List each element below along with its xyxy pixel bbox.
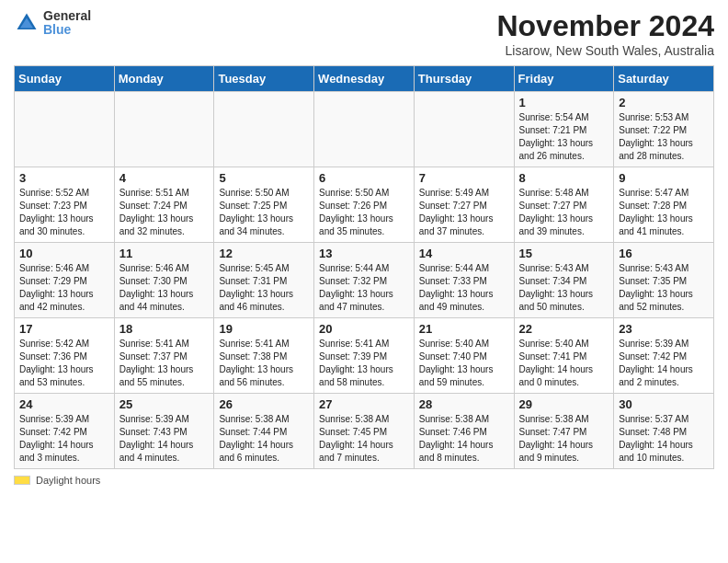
day-info: Sunrise: 5:53 AM Sunset: 7:22 PM Dayligh… <box>619 111 709 163</box>
day-info: Sunrise: 5:49 AM Sunset: 7:27 PM Dayligh… <box>419 187 509 238</box>
day-number: 4 <box>119 171 210 185</box>
month-title: November 2024 <box>496 9 714 43</box>
header-row: SundayMondayTuesdayWednesdayThursdayFrid… <box>15 66 714 92</box>
day-cell: 28Sunrise: 5:38 AM Sunset: 7:46 PM Dayli… <box>414 394 514 469</box>
day-info: Sunrise: 5:48 AM Sunset: 7:27 PM Dayligh… <box>519 187 609 238</box>
day-number: 10 <box>19 247 109 260</box>
day-cell <box>114 92 214 167</box>
week-row-2: 10Sunrise: 5:46 AM Sunset: 7:29 PM Dayli… <box>15 243 714 318</box>
day-number: 23 <box>619 322 709 336</box>
footer: Daylight hours <box>14 475 714 486</box>
day-info: Sunrise: 5:54 AM Sunset: 7:21 PM Dayligh… <box>519 111 609 163</box>
day-number: 20 <box>319 322 409 336</box>
day-cell: 26Sunrise: 5:38 AM Sunset: 7:44 PM Dayli… <box>214 394 314 469</box>
calendar-table: SundayMondayTuesdayWednesdayThursdayFrid… <box>14 65 714 469</box>
day-info: Sunrise: 5:39 AM Sunset: 7:42 PM Dayligh… <box>19 413 109 465</box>
page-header: General Blue November 2024 Lisarow, New … <box>14 9 714 58</box>
day-number: 18 <box>119 322 210 336</box>
day-number: 25 <box>119 397 210 411</box>
day-cell: 14Sunrise: 5:44 AM Sunset: 7:33 PM Dayli… <box>414 243 514 318</box>
week-row-4: 24Sunrise: 5:39 AM Sunset: 7:42 PM Dayli… <box>15 394 714 469</box>
day-cell: 23Sunrise: 5:39 AM Sunset: 7:42 PM Dayli… <box>614 318 714 394</box>
header-cell-saturday: Saturday <box>614 66 714 92</box>
week-row-0: 1Sunrise: 5:54 AM Sunset: 7:21 PM Daylig… <box>15 92 714 167</box>
day-number: 30 <box>619 397 709 411</box>
week-row-1: 3Sunrise: 5:52 AM Sunset: 7:23 PM Daylig… <box>15 167 714 243</box>
day-cell: 12Sunrise: 5:45 AM Sunset: 7:31 PM Dayli… <box>214 243 314 318</box>
day-info: Sunrise: 5:50 AM Sunset: 7:25 PM Dayligh… <box>219 187 309 238</box>
day-cell: 8Sunrise: 5:48 AM Sunset: 7:27 PM Daylig… <box>514 167 614 243</box>
day-info: Sunrise: 5:51 AM Sunset: 7:24 PM Dayligh… <box>119 187 210 238</box>
day-cell <box>214 92 314 167</box>
logo-icon <box>14 10 40 36</box>
day-number: 7 <box>419 171 509 185</box>
day-number: 12 <box>219 247 309 260</box>
logo-line2: Blue <box>43 23 91 37</box>
day-number: 24 <box>19 397 109 411</box>
day-number: 27 <box>319 397 409 411</box>
day-number: 8 <box>519 171 609 185</box>
day-cell: 30Sunrise: 5:37 AM Sunset: 7:48 PM Dayli… <box>614 394 714 469</box>
day-cell: 5Sunrise: 5:50 AM Sunset: 7:25 PM Daylig… <box>214 167 314 243</box>
day-number: 1 <box>519 96 609 109</box>
daylight-label: Daylight hours <box>36 475 100 486</box>
day-cell: 2Sunrise: 5:53 AM Sunset: 7:22 PM Daylig… <box>614 92 714 167</box>
day-number: 2 <box>619 96 709 109</box>
day-cell: 6Sunrise: 5:50 AM Sunset: 7:26 PM Daylig… <box>314 167 415 243</box>
day-info: Sunrise: 5:37 AM Sunset: 7:48 PM Dayligh… <box>619 413 709 465</box>
day-info: Sunrise: 5:43 AM Sunset: 7:35 PM Dayligh… <box>619 262 709 314</box>
logo: General Blue <box>14 9 91 38</box>
day-info: Sunrise: 5:39 AM Sunset: 7:42 PM Dayligh… <box>619 338 709 389</box>
day-number: 11 <box>119 247 210 260</box>
week-row-3: 17Sunrise: 5:42 AM Sunset: 7:36 PM Dayli… <box>15 318 714 394</box>
day-number: 21 <box>419 322 509 336</box>
day-info: Sunrise: 5:46 AM Sunset: 7:29 PM Dayligh… <box>19 262 109 314</box>
day-number: 28 <box>419 397 509 411</box>
day-cell: 20Sunrise: 5:41 AM Sunset: 7:39 PM Dayli… <box>314 318 415 394</box>
day-info: Sunrise: 5:38 AM Sunset: 7:44 PM Dayligh… <box>219 413 309 465</box>
day-cell: 9Sunrise: 5:47 AM Sunset: 7:28 PM Daylig… <box>614 167 714 243</box>
day-info: Sunrise: 5:38 AM Sunset: 7:46 PM Dayligh… <box>419 413 509 465</box>
day-info: Sunrise: 5:41 AM Sunset: 7:39 PM Dayligh… <box>319 338 409 389</box>
day-number: 19 <box>219 322 309 336</box>
day-info: Sunrise: 5:46 AM Sunset: 7:30 PM Dayligh… <box>119 262 210 314</box>
day-info: Sunrise: 5:41 AM Sunset: 7:37 PM Dayligh… <box>119 338 210 389</box>
day-number: 14 <box>419 247 509 260</box>
day-info: Sunrise: 5:42 AM Sunset: 7:36 PM Dayligh… <box>19 338 109 389</box>
day-info: Sunrise: 5:47 AM Sunset: 7:28 PM Dayligh… <box>619 187 709 238</box>
day-cell: 11Sunrise: 5:46 AM Sunset: 7:30 PM Dayli… <box>114 243 214 318</box>
day-info: Sunrise: 5:38 AM Sunset: 7:47 PM Dayligh… <box>519 413 609 465</box>
header-cell-friday: Friday <box>514 66 614 92</box>
header-cell-thursday: Thursday <box>414 66 514 92</box>
day-cell <box>414 92 514 167</box>
day-cell: 29Sunrise: 5:38 AM Sunset: 7:47 PM Dayli… <box>514 394 614 469</box>
day-cell: 17Sunrise: 5:42 AM Sunset: 7:36 PM Dayli… <box>15 318 115 394</box>
day-number: 6 <box>319 171 409 185</box>
day-info: Sunrise: 5:43 AM Sunset: 7:34 PM Dayligh… <box>519 262 609 314</box>
logo-line1: General <box>43 9 91 23</box>
day-info: Sunrise: 5:39 AM Sunset: 7:43 PM Dayligh… <box>119 413 210 465</box>
day-cell: 4Sunrise: 5:51 AM Sunset: 7:24 PM Daylig… <box>114 167 214 243</box>
day-info: Sunrise: 5:38 AM Sunset: 7:45 PM Dayligh… <box>319 413 409 465</box>
day-info: Sunrise: 5:41 AM Sunset: 7:38 PM Dayligh… <box>219 338 309 389</box>
day-cell: 27Sunrise: 5:38 AM Sunset: 7:45 PM Dayli… <box>314 394 415 469</box>
daylight-bar-icon <box>14 476 30 485</box>
day-number: 17 <box>19 322 109 336</box>
day-number: 16 <box>619 247 709 260</box>
day-cell: 22Sunrise: 5:40 AM Sunset: 7:41 PM Dayli… <box>514 318 614 394</box>
day-cell: 24Sunrise: 5:39 AM Sunset: 7:42 PM Dayli… <box>15 394 115 469</box>
day-cell <box>15 92 115 167</box>
day-info: Sunrise: 5:44 AM Sunset: 7:32 PM Dayligh… <box>319 262 409 314</box>
day-info: Sunrise: 5:40 AM Sunset: 7:41 PM Dayligh… <box>519 338 609 389</box>
header-cell-wednesday: Wednesday <box>314 66 415 92</box>
day-cell: 16Sunrise: 5:43 AM Sunset: 7:35 PM Dayli… <box>614 243 714 318</box>
day-info: Sunrise: 5:50 AM Sunset: 7:26 PM Dayligh… <box>319 187 409 238</box>
day-number: 3 <box>19 171 109 185</box>
day-cell: 18Sunrise: 5:41 AM Sunset: 7:37 PM Dayli… <box>114 318 214 394</box>
day-cell: 1Sunrise: 5:54 AM Sunset: 7:21 PM Daylig… <box>514 92 614 167</box>
logo-text: General Blue <box>43 9 91 38</box>
day-cell: 19Sunrise: 5:41 AM Sunset: 7:38 PM Dayli… <box>214 318 314 394</box>
day-number: 15 <box>519 247 609 260</box>
day-info: Sunrise: 5:44 AM Sunset: 7:33 PM Dayligh… <box>419 262 509 314</box>
header-cell-sunday: Sunday <box>15 66 115 92</box>
